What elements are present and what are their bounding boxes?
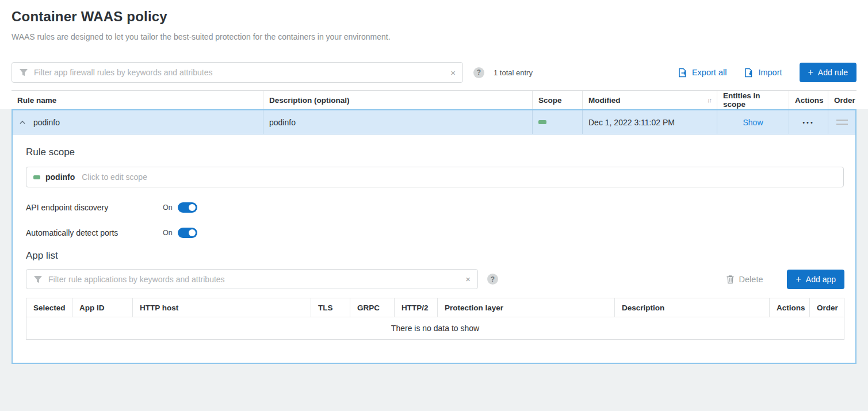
- column-header-description[interactable]: Description (optional): [263, 91, 533, 109]
- api-endpoint-discovery-state: On: [163, 203, 173, 212]
- add-app-label: Add app: [806, 275, 836, 284]
- rule-actions-cell: •••: [789, 110, 828, 134]
- column-header-http2: HTTP/2: [395, 298, 438, 317]
- plus-icon: +: [796, 275, 801, 284]
- rules-filter-input[interactable]: [34, 68, 449, 77]
- column-header-description: Description: [615, 298, 770, 317]
- scope-chip-label[interactable]: podinfo: [45, 172, 75, 182]
- column-header-entities-in-scope: Entities in scope: [717, 91, 789, 109]
- trash-icon: [726, 275, 735, 284]
- api-endpoint-discovery-row: API endpoint discovery On: [26, 202, 844, 213]
- app-filter-box[interactable]: ×: [26, 269, 478, 289]
- delete-label: Delete: [739, 275, 763, 284]
- rule-detail: Rule scope podinfo Click to edit scope A…: [13, 135, 855, 363]
- scope-placeholder: Click to edit scope: [82, 172, 147, 182]
- api-endpoint-discovery-label: API endpoint discovery: [26, 203, 163, 212]
- delete-app-button[interactable]: Delete: [726, 275, 763, 284]
- total-entries: 1 total entry: [494, 68, 533, 77]
- column-header-selected: Selected: [26, 298, 72, 317]
- column-header-order: Order: [810, 298, 844, 317]
- filter-funnel-icon: [33, 275, 43, 283]
- auto-detect-ports-label: Automatically detect ports: [26, 228, 163, 237]
- rule-description-cell: podinfo: [263, 110, 533, 134]
- scope-chip-icon[interactable]: [538, 120, 546, 124]
- rule-entities-cell: Show: [717, 110, 789, 134]
- column-header-actions: Actions: [770, 298, 810, 317]
- column-header-app-id: App ID: [72, 298, 133, 317]
- scope-chip-icon: [33, 175, 40, 179]
- app-filter-help-icon[interactable]: ?: [487, 274, 498, 285]
- export-icon: [678, 68, 687, 78]
- page-title: Container WAAS policy: [12, 9, 856, 25]
- column-header-grpc: GRPC: [350, 298, 395, 317]
- actions-ellipsis-icon[interactable]: •••: [802, 119, 815, 126]
- import-label: Import: [758, 68, 782, 77]
- auto-detect-ports-row: Automatically detect ports On: [26, 228, 844, 238]
- export-all-label: Export all: [692, 68, 726, 77]
- column-header-actions: Actions: [789, 91, 828, 109]
- auto-detect-ports-toggle[interactable]: [178, 228, 197, 238]
- page-header: Container WAAS policy WAAS rules are des…: [0, 0, 868, 109]
- app-list-toolbar: × ? Delete + Add app: [26, 269, 844, 289]
- rule-order-cell: [828, 110, 855, 134]
- import-button[interactable]: Import: [744, 68, 782, 78]
- drag-handle-icon[interactable]: [836, 120, 848, 125]
- rule-row-podinfo[interactable]: podinfo podinfo Dec 1, 2022 3:11:02 PM S…: [13, 110, 855, 135]
- chevron-up-icon[interactable]: [20, 121, 25, 124]
- add-app-button[interactable]: + Add app: [787, 270, 844, 289]
- app-list-heading: App list: [26, 250, 844, 262]
- rules-table-header: Rule name Description (optional) Scope M…: [12, 90, 856, 109]
- rule-name-cell: podinfo: [13, 110, 263, 134]
- page-subtitle: WAAS rules are designed to let you tailo…: [12, 32, 856, 41]
- column-header-modified[interactable]: Modified ↓↑: [583, 91, 717, 109]
- filter-help-icon[interactable]: ?: [473, 67, 484, 78]
- export-all-button[interactable]: Export all: [678, 68, 726, 78]
- modified-label: Modified: [588, 96, 621, 105]
- filter-funnel-icon: [19, 68, 28, 76]
- apps-table: Selected App ID HTTP host TLS GRPC HTTP/…: [26, 298, 844, 340]
- import-icon: [744, 68, 754, 78]
- add-rule-label: Add rule: [818, 68, 848, 77]
- rules-toolbar: × ? 1 total entry Export all Import + Ad…: [12, 62, 856, 83]
- apps-table-header: Selected App ID HTTP host TLS GRPC HTTP/…: [26, 298, 844, 317]
- column-header-http-host: HTTP host: [133, 298, 311, 317]
- column-header-tls: TLS: [311, 298, 350, 317]
- scope-editor[interactable]: podinfo Click to edit scope: [26, 167, 844, 187]
- add-rule-button[interactable]: + Add rule: [800, 63, 857, 82]
- sort-icon[interactable]: ↓↑: [707, 97, 711, 103]
- show-entities-link[interactable]: Show: [743, 118, 763, 127]
- api-endpoint-discovery-toggle[interactable]: [178, 202, 197, 213]
- column-header-order: Order: [828, 91, 856, 109]
- rule-scope-cell: [533, 110, 583, 134]
- rules-filter-box[interactable]: ×: [12, 62, 463, 83]
- clear-filter-icon[interactable]: ×: [449, 68, 457, 77]
- column-header-rule-name[interactable]: Rule name: [12, 91, 263, 109]
- rule-scope-heading: Rule scope: [26, 147, 844, 158]
- rule-name: podinfo: [33, 118, 60, 127]
- rule-modified-cell: Dec 1, 2022 3:11:02 PM: [583, 110, 717, 134]
- auto-detect-ports-state: On: [163, 229, 173, 237]
- clear-filter-icon[interactable]: ×: [464, 275, 472, 283]
- apps-empty-message: There is no data to show: [26, 317, 844, 339]
- app-filter-input[interactable]: [48, 275, 464, 284]
- plus-icon: +: [808, 68, 813, 77]
- expanded-rule-panel: podinfo podinfo Dec 1, 2022 3:11:02 PM S…: [12, 109, 856, 364]
- column-header-scope[interactable]: Scope: [533, 91, 583, 109]
- column-header-protection-layer: Protection layer: [438, 298, 615, 317]
